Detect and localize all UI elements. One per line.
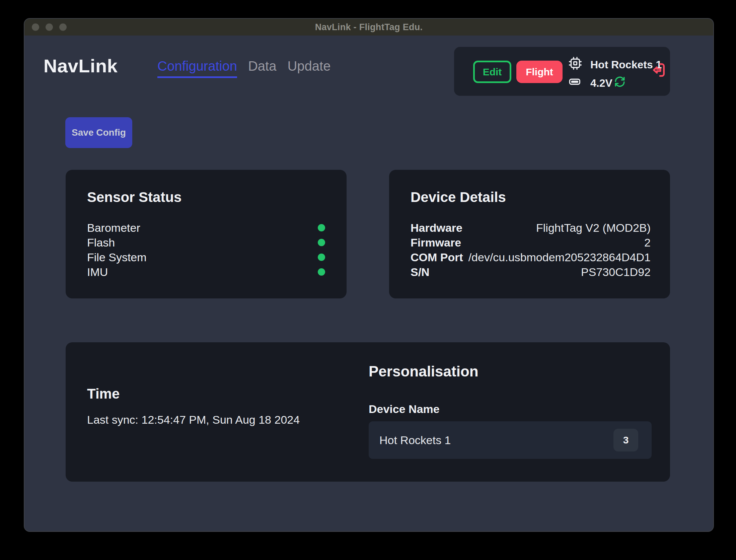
sensor-rows: Barometer Flash File System IMU bbox=[87, 220, 325, 279]
device-name-count-badge: 3 bbox=[613, 429, 638, 451]
sensor-label: File System bbox=[87, 251, 147, 264]
device-name-label: Device Name bbox=[369, 403, 440, 416]
detail-row-serial-number: S/N PS730C1D92 bbox=[411, 265, 651, 279]
detail-label: Hardware bbox=[411, 221, 462, 234]
tab-data[interactable]: Data bbox=[248, 59, 277, 76]
sensor-label: Barometer bbox=[87, 221, 140, 234]
app-logo: NavLink bbox=[44, 55, 118, 77]
time-personalisation-card: Time Last sync: 12:54:47 PM, Sun Aug 18 … bbox=[66, 342, 670, 482]
device-details-card: Device Details Hardware FlightTag V2 (MO… bbox=[389, 170, 670, 298]
personalisation-title: Personalisation bbox=[369, 363, 479, 380]
sensor-row-flash: Flash bbox=[87, 235, 325, 250]
detail-row-firmware: Firmware 2 bbox=[411, 235, 651, 250]
status-ok-dot bbox=[318, 239, 325, 246]
sensor-status-title: Sensor Status bbox=[87, 189, 181, 205]
tab-update[interactable]: Update bbox=[287, 59, 330, 76]
detail-value: PS730C1D92 bbox=[581, 266, 651, 279]
device-name-field-wrap: 3 bbox=[369, 421, 652, 459]
detail-label: COM Port bbox=[411, 251, 463, 264]
edit-button[interactable]: Edit bbox=[473, 61, 511, 83]
detail-value: 2 bbox=[644, 236, 651, 249]
battery-voltage: 4.2V bbox=[590, 77, 612, 89]
titlebar: NavLink - FlightTag Edu. bbox=[24, 19, 713, 36]
detail-value: FlightTag V2 (MOD2B) bbox=[536, 221, 651, 234]
close-button[interactable] bbox=[32, 23, 39, 31]
zoom-button[interactable] bbox=[59, 23, 67, 31]
sensor-row-barometer: Barometer bbox=[87, 220, 325, 235]
detail-label: Firmware bbox=[411, 236, 461, 249]
device-status-panel: Edit Flight Hot Rockets 1 4.2V bbox=[454, 47, 670, 96]
sensor-row-filesystem: File System bbox=[87, 250, 325, 265]
time-title: Time bbox=[87, 386, 120, 402]
status-ok-dot bbox=[318, 224, 325, 231]
device-detail-rows: Hardware FlightTag V2 (MOD2B) Firmware 2… bbox=[411, 220, 651, 279]
main-nav: Configuration Data Update bbox=[157, 59, 330, 78]
status-ok-dot bbox=[318, 254, 325, 261]
app-window: NavLink - FlightTag Edu. NavLink Configu… bbox=[24, 19, 713, 531]
sensor-label: IMU bbox=[87, 266, 108, 279]
sensor-row-imu: IMU bbox=[87, 265, 325, 279]
window-title: NavLink - FlightTag Edu. bbox=[315, 22, 423, 32]
tab-configuration[interactable]: Configuration bbox=[157, 59, 237, 78]
traffic-lights bbox=[32, 19, 67, 36]
minimize-button[interactable] bbox=[46, 23, 53, 31]
save-config-button[interactable]: Save Config bbox=[65, 117, 132, 148]
detail-value: /dev/cu.usbmodem205232864D4D1 bbox=[468, 251, 651, 264]
detail-row-com-port: COM Port /dev/cu.usbmodem205232864D4D1 bbox=[411, 250, 651, 265]
sensor-status-card: Sensor Status Barometer Flash File Syste… bbox=[66, 170, 347, 298]
sync-icon[interactable] bbox=[614, 76, 626, 88]
sensor-label: Flash bbox=[87, 236, 115, 249]
device-name-input[interactable] bbox=[369, 421, 652, 459]
device-details-title: Device Details bbox=[411, 189, 506, 205]
flight-button[interactable]: Flight bbox=[516, 61, 563, 83]
detail-label: S/N bbox=[411, 266, 430, 279]
status-ok-dot bbox=[318, 268, 325, 276]
last-sync-text: Last sync: 12:54:47 PM, Sun Aug 18 2024 bbox=[87, 413, 300, 426]
detail-row-hardware: Hardware FlightTag V2 (MOD2B) bbox=[411, 220, 651, 235]
logout-icon[interactable] bbox=[650, 62, 667, 78]
cpu-icon bbox=[569, 57, 582, 70]
battery-icon bbox=[569, 75, 582, 88]
